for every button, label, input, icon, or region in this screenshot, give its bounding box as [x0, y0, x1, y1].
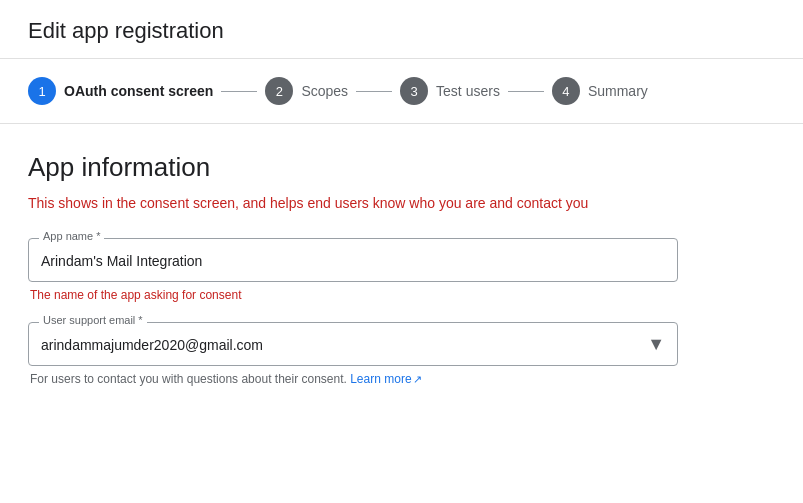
step-3-label: Test users	[436, 83, 500, 99]
step-4[interactable]: 4 Summary	[552, 77, 648, 105]
page-title: Edit app registration	[28, 18, 775, 44]
step-1[interactable]: 1 OAuth consent screen	[28, 77, 213, 105]
step-3-circle: 3	[400, 77, 428, 105]
step-2-circle: 2	[265, 77, 293, 105]
step-4-circle: 4	[552, 77, 580, 105]
user-support-email-hint: For users to contact you with questions …	[28, 372, 678, 386]
user-support-email-select[interactable]: arindammajumder2020@gmail.com	[29, 323, 677, 365]
user-support-email-select-wrapper: arindammajumder2020@gmail.com ▼	[29, 323, 677, 365]
app-name-input-wrapper: App name *	[28, 238, 678, 282]
step-1-circle: 1	[28, 77, 56, 105]
user-support-email-wrapper: User support email * arindammajumder2020…	[28, 322, 678, 366]
section-description: This shows in the consent screen, and he…	[28, 193, 648, 214]
step-4-label: Summary	[588, 83, 648, 99]
step-3[interactable]: 3 Test users	[400, 77, 500, 105]
step-2[interactable]: 2 Scopes	[265, 77, 348, 105]
step-2-label: Scopes	[301, 83, 348, 99]
step-connector-2	[356, 91, 392, 92]
stepper: 1 OAuth consent screen 2 Scopes 3 Test u…	[0, 59, 803, 124]
step-connector-1	[221, 91, 257, 92]
user-support-email-group: User support email * arindammajumder2020…	[28, 322, 678, 386]
external-link-icon: ↗︎	[413, 373, 422, 385]
app-name-group: App name * The name of the app asking fo…	[28, 238, 678, 302]
app-name-hint: The name of the app asking for consent	[28, 288, 678, 302]
main-content: App information This shows in the consen…	[0, 124, 803, 434]
learn-more-link[interactable]: Learn more↗︎	[350, 372, 421, 386]
section-title: App information	[28, 152, 775, 183]
step-connector-3	[508, 91, 544, 92]
app-name-input[interactable]	[29, 239, 677, 281]
step-1-label: OAuth consent screen	[64, 83, 213, 99]
page-header: Edit app registration	[0, 0, 803, 59]
